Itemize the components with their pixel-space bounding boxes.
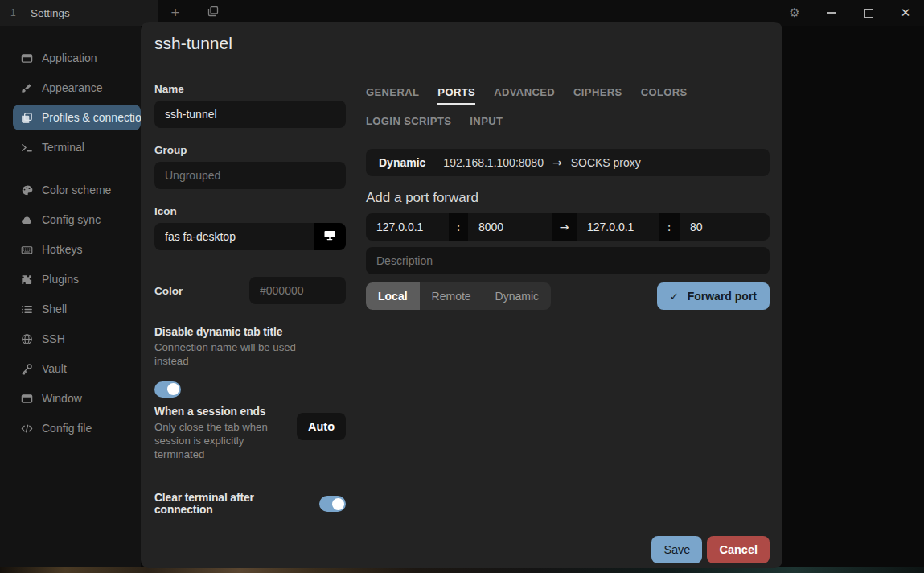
sidebar-item-hotkeys[interactable]: Hotkeys <box>13 237 141 262</box>
check-icon: ✓ <box>670 291 679 303</box>
tab-general[interactable]: GENERAL <box>366 86 419 105</box>
code-icon <box>20 422 33 435</box>
option-title: Clear terminal after connection <box>154 492 319 516</box>
tab-ports[interactable]: PORTS <box>437 86 475 105</box>
forward-type: Dynamic <box>379 156 425 169</box>
tab-ciphers[interactable]: CIPHERS <box>573 86 622 105</box>
window-controls: ⚙ ✕ <box>776 0 924 26</box>
sidebar-group-divider <box>0 164 141 177</box>
option-description: Connection name will be used instead <box>154 341 317 369</box>
cancel-button[interactable]: Cancel <box>707 536 770 563</box>
forward-type-dynamic[interactable]: Dynamic <box>483 282 551 310</box>
window-icon <box>20 392 33 405</box>
forward-type-local[interactable]: Local <box>366 282 420 310</box>
gear-icon: ⚙ <box>789 6 799 20</box>
close-button[interactable]: ✕ <box>887 0 924 26</box>
option-when-session-ends: When a session ends Only close the tab w… <box>154 406 346 462</box>
sidebar-item-label: Vault <box>42 362 67 375</box>
close-icon: ✕ <box>901 6 911 20</box>
maximize-button[interactable] <box>850 0 887 26</box>
profile-detail-column: GENERAL PORTS ADVANCED CIPHERS COLORS LO… <box>366 83 770 516</box>
sidebar-item-terminal[interactable]: Terminal <box>13 134 141 160</box>
forward-type-remote[interactable]: Remote <box>420 282 483 310</box>
arrow-icon: → <box>552 156 562 169</box>
keyboard-icon <box>20 243 33 256</box>
add-port-forward-heading: Add a port forward <box>366 190 770 206</box>
background-image-sliver <box>0 567 924 573</box>
sidebar-item-label: Config file <box>42 422 92 435</box>
sidebar-item-label: Window <box>42 392 82 405</box>
sidebar-item-label: Hotkeys <box>42 243 83 256</box>
option-clear-terminal: Clear terminal after connection <box>154 492 346 516</box>
tab-index: 1 <box>10 7 27 19</box>
source-host-input[interactable] <box>366 213 449 241</box>
tab-advanced[interactable]: ADVANCED <box>494 86 555 105</box>
group-input[interactable] <box>154 162 346 189</box>
sidebar-item-label: Plugins <box>42 273 79 286</box>
modal-footer: Save Cancel <box>651 536 770 563</box>
destination-host-input[interactable] <box>577 213 659 241</box>
sidebar-item-label: Profiles & connections <box>42 111 154 124</box>
tab-settings[interactable]: 1 Settings <box>0 0 158 26</box>
tab-login-scripts[interactable]: LOGIN SCRIPTS <box>366 115 451 134</box>
name-input[interactable] <box>154 101 346 128</box>
sidebar-item-label: Terminal <box>42 141 84 154</box>
destination-port-input[interactable] <box>680 213 770 241</box>
minimize-button[interactable] <box>813 0 850 26</box>
disable-dynamic-tab-title-toggle[interactable] <box>154 381 181 398</box>
puzzle-icon <box>20 273 33 286</box>
application-window-icon <box>20 52 33 64</box>
clear-terminal-toggle[interactable] <box>319 496 346 512</box>
source-port-input[interactable] <box>468 213 552 241</box>
forward-port-button[interactable]: ✓ Forward port <box>657 282 770 310</box>
sidebar-item-vault[interactable]: Vault <box>13 356 141 381</box>
globe-icon <box>20 332 33 345</box>
session-end-mode-button[interactable]: Auto <box>297 413 346 440</box>
save-button[interactable]: Save <box>651 536 702 563</box>
icon-label: Icon <box>154 205 346 217</box>
forward-type-segmented-control: Local Remote Dynamic <box>366 282 551 310</box>
sidebar-item-label: Config sync <box>42 213 101 226</box>
palette-icon <box>20 183 33 196</box>
modal-title: ssh-tunnel <box>141 22 782 53</box>
sidebar-item-label: Shell <box>42 303 67 315</box>
minimize-icon <box>827 12 836 14</box>
sidebar-item-plugins[interactable]: Plugins <box>13 266 141 292</box>
sidebar-item-ssh[interactable]: SSH <box>13 326 141 352</box>
colon-separator: : <box>449 213 468 241</box>
forward-source: 192.168.1.100:8080 <box>443 156 544 169</box>
arrow-icon: → <box>552 213 577 241</box>
toggle-knob <box>167 383 179 395</box>
existing-port-forward-row[interactable]: Dynamic 192.168.1.100:8080 → SOCKS proxy <box>366 149 770 176</box>
maximize-icon <box>864 9 873 18</box>
name-label: Name <box>154 83 346 95</box>
sidebar-item-profiles-connections[interactable]: Profiles & connections <box>13 105 141 130</box>
settings-sidebar: Application Appearance Profiles & connec… <box>0 26 141 567</box>
sidebar-item-label: Color scheme <box>42 183 111 196</box>
sidebar-item-color-scheme[interactable]: Color scheme <box>13 177 141 203</box>
forward-description-input[interactable] <box>366 247 770 274</box>
sidebar-item-appearance[interactable]: Appearance <box>13 75 141 101</box>
sidebar-item-config-sync[interactable]: Config sync <box>13 207 141 233</box>
profile-edit-modal: ssh-tunnel Name Group Icon <box>141 22 782 568</box>
colon-separator: : <box>659 213 680 241</box>
color-input[interactable] <box>249 277 346 304</box>
sidebar-item-application[interactable]: Application <box>13 45 141 71</box>
sidebar-item-config-file[interactable]: Config file <box>13 415 141 441</box>
desktop-monitor-icon <box>323 229 336 245</box>
icon-picker-button[interactable] <box>314 223 346 250</box>
profile-basic-column: Name Group Icon Color <box>154 83 346 516</box>
plus-icon: + <box>170 4 179 22</box>
paintbrush-icon <box>20 81 33 94</box>
duplicate-tab-icon <box>207 5 220 21</box>
tab-title: Settings <box>31 7 70 19</box>
tab-colors[interactable]: COLORS <box>641 86 688 105</box>
forward-target: SOCKS proxy <box>571 156 641 169</box>
tab-input[interactable]: INPUT <box>470 115 503 134</box>
terminal-icon <box>20 141 33 154</box>
key-icon <box>20 362 33 375</box>
sidebar-item-label: Appearance <box>42 81 103 94</box>
sidebar-item-window[interactable]: Window <box>13 385 141 411</box>
forward-port-label: Forward port <box>688 290 757 303</box>
sidebar-item-shell[interactable]: Shell <box>13 296 141 322</box>
